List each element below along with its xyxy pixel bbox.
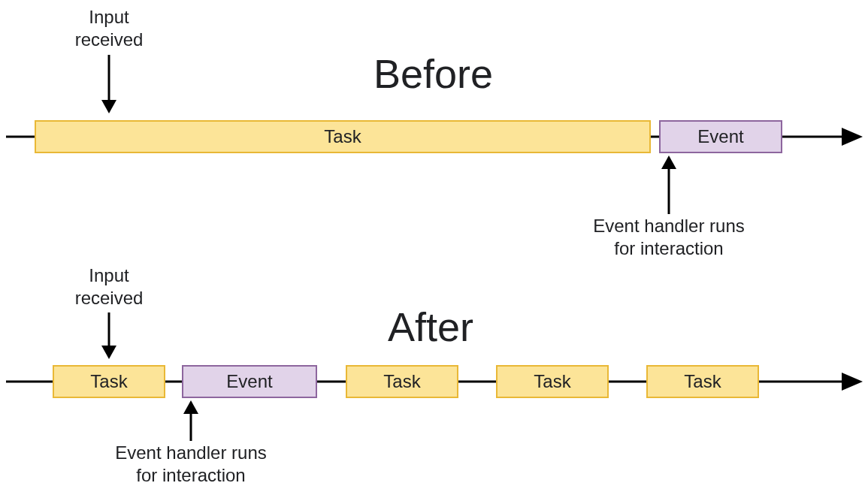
event-block-label: Event [226,371,272,392]
arrow-up-icon [658,155,679,214]
svg-marker-3 [842,128,863,146]
label-event-handler-before: Event handler runs for interaction [586,215,752,260]
label-event-handler-after: Event handler runs for interaction [108,442,274,486]
event-block-label: Event [697,126,743,147]
svg-marker-7 [101,346,116,359]
svg-marker-1 [101,100,116,113]
task-block-label: Task [684,371,721,392]
task-block-after-1: Task [53,365,165,398]
task-block-label: Task [324,126,361,147]
svg-marker-9 [842,373,863,391]
event-block-before: Event [659,120,782,153]
task-block-before: Task [35,120,651,153]
label-input-received-after: Input received [64,264,154,309]
task-block-label: Task [383,371,420,392]
svg-marker-5 [661,155,676,169]
task-block-after-4: Task [646,365,759,398]
title-after: After [388,303,473,350]
svg-marker-11 [183,400,198,414]
task-block-label: Task [534,371,570,392]
task-block-after-3: Task [496,365,609,398]
task-block-label: Task [90,371,127,392]
task-block-after-2: Task [346,365,458,398]
event-block-after: Event [182,365,317,398]
arrow-up-icon [180,400,201,441]
title-before: Before [374,50,493,97]
label-input-received-before: Input received [64,6,154,51]
